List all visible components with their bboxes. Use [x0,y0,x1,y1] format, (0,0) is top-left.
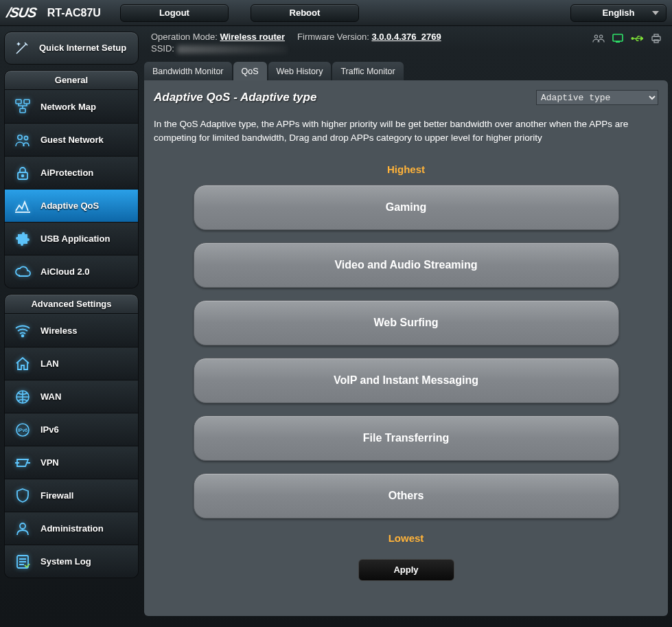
qos-panel: Adaptive QoS - Adaptive type Adaptive ty… [144,80,668,616]
category-others[interactable]: Others [194,473,619,518]
sidebar-item-lan[interactable]: LAN [5,347,138,380]
language-dropdown[interactable]: English [570,4,667,22]
category-list: Gaming Video and Audio Streaming Web Sur… [154,185,658,518]
sidebar-item-aiprotection[interactable]: AiProtection [5,156,138,189]
language-label: English [603,8,635,18]
category-video-audio[interactable]: Video and Audio Streaming [194,242,619,288]
admin-icon [13,519,32,538]
op-mode-label: Operation Mode: [151,32,218,42]
sidebar-item-label: LAN [40,358,59,369]
sidebar-item-label: USB Application [40,233,110,244]
top-bar: /SUS RT-AC87U Logout Reboot English [0,0,672,26]
sidebar-item-label: Network Map [40,102,96,112]
category-file-transfer[interactable]: File Transferring [194,415,619,461]
left-nav: Quick Internet Setup General Network Map… [4,32,139,578]
puzzle-icon [13,229,32,249]
quick-setup-tile[interactable]: Quick Internet Setup [4,32,139,65]
svg-point-11 [18,135,22,139]
quick-setup-label: Quick Internet Setup [39,43,126,53]
qos-type-select[interactable]: Adaptive type [536,90,658,105]
highest-label: Highest [154,163,658,175]
svg-rect-6 [654,34,658,36]
svg-point-12 [24,136,27,139]
sidebar-item-wireless[interactable]: Wireless [5,314,138,347]
tab-web-history[interactable]: Web History [268,62,332,80]
sidebar-item-label: WAN [40,391,61,402]
qos-icon [13,196,32,216]
sidebar-item-adaptive-qos[interactable]: Adaptive QoS [5,189,138,222]
svg-point-14 [22,174,24,176]
sidebar-item-label: IPv6 [40,424,59,435]
sidebar-item-label: Administration [40,523,104,534]
wifi-icon [13,321,32,340]
lock-icon [13,163,32,183]
advanced-list: Wireless LAN WAN IPv6 IPv6 [4,314,139,578]
reboot-button[interactable]: Reboot [251,4,359,22]
svg-point-4 [632,38,634,40]
network-icon[interactable] [612,33,624,44]
clients-icon[interactable] [592,33,605,44]
general-list: Network Map Guest Network AiProtection A… [4,90,139,288]
logout-button[interactable]: Logout [120,4,229,22]
brand-logo: /SUS [4,5,42,21]
apply-button[interactable]: Apply [358,559,454,581]
svg-rect-10 [20,109,25,113]
sidebar-item-label: Guest Network [40,135,104,145]
category-voip-im[interactable]: VoIP and Instant Messaging [194,358,619,403]
sidebar-item-firewall[interactable]: Firewall [5,479,138,512]
svg-text:IPv6: IPv6 [18,428,28,433]
cloud-icon [13,262,32,282]
guest-network-icon [13,130,32,150]
panel-title: Adaptive QoS - Adaptive type [154,91,316,104]
chevron-down-icon [652,11,659,15]
svg-point-0 [594,35,597,38]
sidebar-item-vpn[interactable]: VPN [5,446,138,479]
wand-icon [13,39,31,57]
content-area: Bandwidth Monitor QoS Web History Traffi… [144,62,668,624]
shield-icon [13,486,32,505]
svg-rect-8 [16,100,21,104]
printer-icon[interactable] [650,33,662,44]
sidebar-item-label: AiCloud 2.0 [40,266,90,277]
sidebar-item-system-log[interactable]: System Log [5,545,138,578]
tab-bar: Bandwidth Monitor QoS Web History Traffi… [144,62,668,80]
svg-point-15 [22,335,24,337]
lowest-label: Lowest [154,532,658,544]
sidebar-item-guest-network[interactable]: Guest Network [5,123,138,156]
ssid-label: SSID: [151,43,174,54]
sidebar-item-network-map[interactable]: Network Map [5,90,138,123]
svg-rect-9 [24,100,30,104]
general-header: General [4,70,139,90]
advanced-header: Advanced Settings [4,294,139,314]
sidebar-item-label: Wireless [40,326,77,336]
globe-icon [13,387,32,407]
sidebar-item-usb-application[interactable]: USB Application [5,222,138,255]
sidebar-item-ipv6[interactable]: IPv6 IPv6 [5,413,138,446]
usb-icon[interactable] [631,33,643,44]
svg-rect-3 [616,41,620,43]
home-icon [13,354,32,374]
model-name: RT-AC87U [47,7,101,19]
fw-label: Firmware Version: [297,32,369,42]
sidebar-item-aicloud[interactable]: AiCloud 2.0 [5,255,138,288]
network-map-icon [13,97,32,116]
vpn-icon [13,453,32,472]
sidebar-item-administration[interactable]: Administration [5,512,138,545]
sidebar-item-label: System Log [40,556,91,567]
tab-qos[interactable]: QoS [233,62,267,80]
fw-value[interactable]: 3.0.0.4.376_2769 [371,32,441,42]
svg-rect-2 [613,34,623,41]
ipv6-icon: IPv6 [13,420,32,440]
tab-bandwidth-monitor[interactable]: Bandwidth Monitor [144,62,232,80]
tab-traffic-monitor[interactable]: Traffic Monitor [332,62,403,80]
sidebar-item-wan[interactable]: WAN [5,380,138,413]
sidebar-item-label: Adaptive QoS [40,201,99,211]
category-gaming[interactable]: Gaming [194,185,619,230]
sidebar-item-label: Firewall [40,490,73,501]
svg-point-19 [20,523,25,529]
svg-point-1 [599,35,602,38]
log-icon [13,552,32,571]
sidebar-item-label: AiProtection [40,168,93,178]
category-web-surfing[interactable]: Web Surfing [194,300,619,345]
op-mode-value[interactable]: Wireless router [220,32,285,42]
